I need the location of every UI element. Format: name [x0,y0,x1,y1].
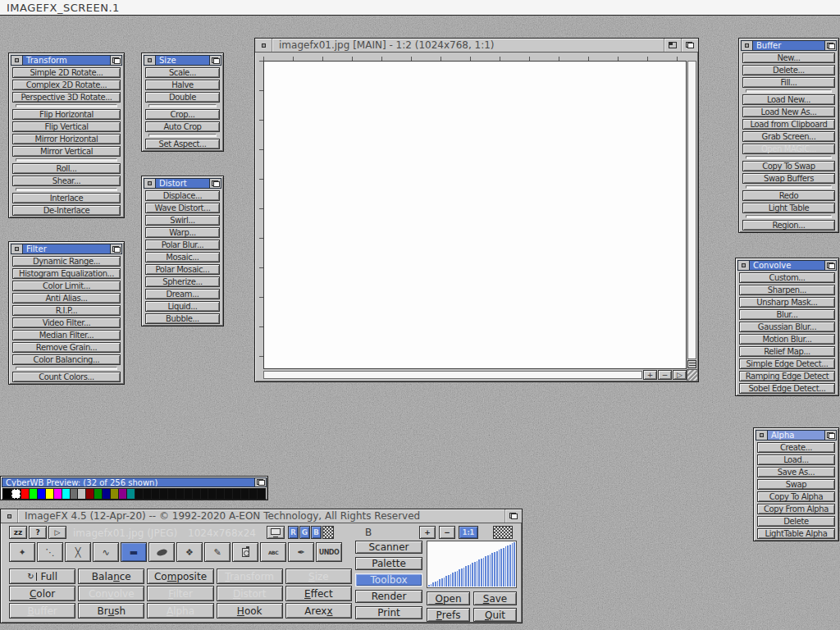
filter-palette-button[interactable]: Median Filter... [12,330,121,340]
alpha-palette-button[interactable]: LightTable Alpha [757,528,835,539]
pattern-button[interactable] [493,526,513,539]
transform-palette-button[interactable]: Mirror Horizontal [12,134,121,144]
buffer-palette-button[interactable]: Redo [742,190,835,201]
size-palette-button[interactable]: Scale... [145,67,220,78]
distort-palette-button[interactable]: Warp... [145,227,220,238]
color-swatch[interactable] [71,489,78,499]
save-button[interactable]: Save [473,591,517,605]
color-swatch[interactable] [152,489,159,499]
alpha-palette-button[interactable]: Create... [757,442,835,453]
blue-channel-toggle[interactable]: B [311,526,322,539]
print-button[interactable]: Print [355,606,422,619]
color-swatch[interactable] [103,489,110,499]
alpha-palette-titlebar[interactable]: Alpha [756,430,837,441]
color-swatch[interactable] [208,489,216,499]
help-button[interactable]: ? [29,526,47,539]
screen-titlebar[interactable]: IMAGEFX_SCREEN.1 [0,0,840,16]
buffer-palette-button[interactable]: Grab Screen... [742,131,835,142]
screen-mode-button[interactable] [267,526,285,539]
view-options-button[interactable] [687,360,696,368]
pan-arrow-button[interactable]: ▷ [673,370,687,380]
airbrush-tool-button[interactable]: ✒ [288,542,314,562]
color-swatch[interactable] [30,489,37,499]
alpha-palette-button[interactable]: Load... [757,454,835,465]
close-gadget[interactable] [11,56,23,65]
color-swatch[interactable] [144,489,151,499]
buffer-palette-button[interactable]: Fill... [742,77,835,88]
color-swatch[interactable] [38,489,45,499]
transform-palette-titlebar[interactable]: Transform [11,55,122,66]
depth-gadget[interactable] [824,261,836,270]
transform-palette-button[interactable]: Complex 2D Rotate... [12,80,121,90]
size-palette-button[interactable]: Crop... [145,109,220,120]
horizontal-scrollbar[interactable] [263,371,642,379]
color-swatch[interactable] [21,489,29,499]
convolve-palette-button[interactable]: Custom... [739,272,835,283]
convolve-palette-button[interactable]: Simple Edge Detect... [739,358,835,369]
filter-palette-button[interactable]: R.I.P... [12,305,121,316]
buffer-palette-button[interactable]: Swap Buffers [742,173,835,184]
filter-palette-button[interactable]: Dynamic Range... [12,256,121,267]
distort-palette-button[interactable]: Wave Distort... [145,203,220,213]
filter-palette-button[interactable]: Histogram Equalization... [12,268,121,279]
close-gadget[interactable] [756,431,768,440]
transform-palette-button[interactable]: Simple 2D Rotate... [12,67,121,78]
color-swatch[interactable] [185,489,192,499]
arrow-button[interactable]: ▷ [48,526,66,539]
preview-titlebar[interactable]: CyberWB Preview: (32 of 256 shown) [2,477,267,487]
red-channel-toggle[interactable]: R [288,526,299,539]
buffer-palette-button[interactable]: Load New As... [742,107,835,117]
undo-button[interactable]: UNDO [316,542,342,562]
hook-button[interactable]: Hook [217,603,283,619]
convolve-palette-button[interactable]: Sharpen... [739,285,835,295]
convolve-palette-button[interactable]: Unsharp Mask... [739,297,835,308]
convolve-palette-button[interactable]: Gaussian Blur... [739,322,835,332]
color-swatch[interactable] [217,489,224,499]
distort-palette-button[interactable]: Spherize... [145,276,220,287]
zoom-in-button[interactable]: + [643,370,657,380]
transform-palette-button[interactable]: Shear... [12,176,121,186]
render-button[interactable]: Render [355,590,422,603]
zoom-out-button[interactable]: − [439,526,455,539]
transform-palette-button[interactable]: Roll... [12,163,121,174]
distort-palette-button[interactable]: Dream... [145,289,220,299]
close-gadget[interactable] [742,41,753,50]
alpha-palette-button[interactable]: Save As... [757,467,835,477]
curve-tool-button[interactable]: ∿ [93,542,119,562]
dither-pattern-button[interactable] [322,526,334,539]
color-swatch[interactable] [135,489,143,499]
alpha-palette-button[interactable]: Copy To Alpha [757,491,835,502]
convolve-palette-button[interactable]: Relief Map... [739,346,835,357]
palette-button[interactable]: Palette [355,557,422,570]
size-palette-titlebar[interactable]: Size [144,55,221,66]
color-button[interactable]: Color [9,586,75,601]
alpha-palette-button[interactable]: Delete [757,516,835,527]
color-swatch[interactable] [46,489,53,499]
depth-gadget[interactable] [110,56,121,65]
color-swatch[interactable] [225,489,232,499]
effect-button[interactable]: Effect [285,586,352,601]
filter-palette-button[interactable]: Count Colors... [12,372,121,382]
convolve-palette-button[interactable]: Blur... [739,309,835,320]
close-gadget[interactable] [738,261,750,270]
distort-palette-button[interactable]: Liquid... [145,301,220,312]
buffer-palette-button[interactable]: Region... [742,220,835,231]
open-button[interactable]: Open [427,591,470,605]
depth-gadget[interactable] [824,431,836,440]
depth-gadget[interactable] [824,41,836,50]
composite-button[interactable]: Composite [147,568,213,584]
distort-palette-button[interactable]: Bubble... [145,313,220,324]
convolve-palette-button[interactable]: Ramping Edge Detect [739,371,835,381]
close-gadget[interactable] [11,244,23,253]
main-window-titlebar[interactable]: imagefx01.jpg [MAIN] - 1:2 (1024x768, 1:… [255,39,698,52]
convolve-palette-button[interactable]: Motion Blur... [739,334,835,345]
depth-gadget[interactable] [209,56,221,65]
point-tool-button[interactable]: ✦ [9,542,35,562]
color-swatch[interactable] [193,489,200,499]
close-gadget[interactable] [1,509,17,523]
quit-button[interactable]: Quit [473,608,517,622]
zoom-out-button[interactable]: − [658,370,672,380]
buffer-palette-button[interactable]: Light Table [742,203,835,213]
balance-button[interactable]: Balance [78,568,144,584]
color-swatch[interactable] [78,489,85,499]
